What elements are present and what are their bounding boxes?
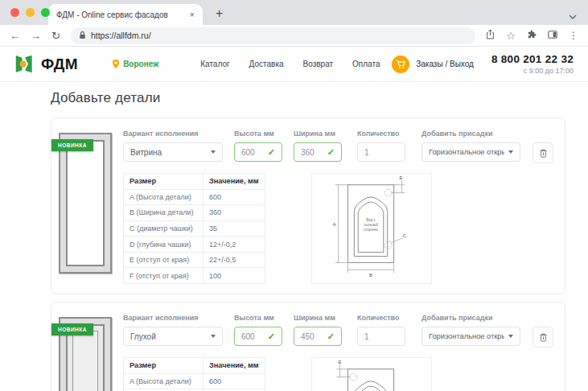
table-row: A (Высота детали)600 bbox=[124, 373, 265, 389]
dim-a-label: A bbox=[333, 222, 336, 227]
trash-icon bbox=[539, 148, 548, 158]
trash-icon bbox=[539, 332, 548, 343]
variant-label: Вариант исполнения bbox=[123, 314, 223, 322]
main-content: Добавьте детали НОВИНКА Вариант исполнен… bbox=[0, 82, 588, 391]
page-title: Добавьте детали bbox=[51, 90, 565, 106]
menu-dots-icon[interactable]: ⋮ bbox=[569, 30, 578, 41]
table-row: E (отступ от края)22+/-0,5 bbox=[124, 252, 265, 268]
site-logo[interactable]: ФДМ bbox=[14, 54, 78, 74]
product-thumbnail: НОВИНКА bbox=[59, 317, 112, 391]
nav-delivery[interactable]: Доставка bbox=[249, 60, 284, 68]
qty-label: Количество bbox=[357, 314, 405, 322]
variant-select[interactable]: Витрина bbox=[123, 142, 223, 162]
close-window-button[interactable] bbox=[10, 8, 19, 17]
svg-text:стороны: стороны bbox=[364, 228, 378, 232]
city-selector[interactable]: Воронеж bbox=[112, 59, 158, 69]
valid-check-icon: ✓ bbox=[268, 331, 275, 342]
variant-label: Вариант исполнения bbox=[123, 130, 223, 138]
reload-icon[interactable]: ↻ bbox=[51, 31, 60, 41]
delete-row-button[interactable] bbox=[532, 142, 553, 163]
main-nav: Каталог Доставка Возврат Оплата bbox=[200, 60, 380, 68]
width-input[interactable]: 450✓ bbox=[294, 327, 342, 346]
height-label: Высота мм bbox=[234, 314, 282, 322]
table-row: C (диаметр чашки)35 bbox=[124, 220, 265, 237]
table-row: F (отступ от края)100 bbox=[124, 268, 265, 284]
fdm-logo-icon bbox=[14, 54, 35, 74]
table-row: B (Ширина детали)360 bbox=[124, 205, 265, 221]
product-thumbnail: НОВИНКА bbox=[59, 133, 112, 284]
dim-e-label: E bbox=[400, 175, 403, 180]
tab-close-icon[interactable]: × bbox=[190, 10, 195, 19]
nav-returns[interactable]: Возврат bbox=[303, 60, 334, 68]
browser-tab[interactable]: ФДМ - Online сервис фасадов × bbox=[48, 4, 203, 25]
facade-image-vitrina bbox=[59, 133, 112, 274]
valid-check-icon: ✓ bbox=[268, 147, 275, 158]
select-caret-icon bbox=[211, 335, 216, 338]
browser-tab-strip: ФДМ - Online сервис фасадов × + bbox=[0, 0, 588, 25]
select-caret-icon bbox=[211, 150, 216, 154]
tab-title: ФДМ - Online сервис фасадов bbox=[56, 10, 185, 19]
dimensions-table: РазмерЗначение, мм A (Высота детали)600 … bbox=[123, 357, 265, 391]
new-badge: НОВИНКА bbox=[51, 323, 93, 335]
width-label: Ширина мм bbox=[294, 314, 342, 322]
extensions-puzzle-icon[interactable] bbox=[527, 28, 537, 43]
location-pin-icon bbox=[112, 59, 120, 69]
presadki-select[interactable]: Горизонтальное открыв: bbox=[421, 142, 520, 162]
city-label: Воронеж bbox=[123, 60, 158, 68]
qty-input[interactable]: 1 bbox=[357, 142, 405, 162]
share-icon[interactable] bbox=[486, 28, 495, 43]
nav-catalog[interactable]: Каталог bbox=[200, 60, 229, 68]
zoom-window-button[interactable] bbox=[41, 8, 50, 17]
back-icon[interactable]: ← bbox=[10, 31, 20, 41]
dim-c-label: C bbox=[402, 233, 406, 238]
new-tab-button[interactable]: + bbox=[216, 6, 223, 21]
table-row: A (Высота детали)600 bbox=[124, 189, 265, 205]
technical-drawing: B E C Вид с тыльной стороны bbox=[311, 357, 432, 391]
select-caret-icon bbox=[508, 150, 513, 154]
chevron-down-icon[interactable] bbox=[569, 8, 577, 23]
height-input[interactable]: 600✓ bbox=[234, 142, 282, 162]
minimize-window-button[interactable] bbox=[26, 8, 35, 17]
phone-number: 8 800 201 22 32 bbox=[491, 53, 574, 65]
width-input[interactable]: 360✓ bbox=[294, 142, 342, 162]
dim-b-label: B bbox=[369, 273, 372, 278]
account-area[interactable]: Заказы / Выход bbox=[392, 56, 474, 73]
qty-input[interactable]: 1 bbox=[357, 327, 405, 346]
svg-text:Вид с: Вид с bbox=[366, 218, 376, 222]
browser-toolbar: ← → ↻ https://allfdm.ru/ ☆ ⋮ bbox=[0, 25, 588, 47]
presadki-label: Добавить присадки bbox=[421, 130, 520, 138]
delete-row-button[interactable] bbox=[532, 327, 553, 348]
height-label: Высота мм bbox=[234, 130, 282, 138]
working-hours: с 9:00 до 17:00 bbox=[491, 67, 574, 75]
orders-logout-link[interactable]: Заказы / Выход bbox=[416, 60, 474, 68]
sidebar-icon[interactable] bbox=[548, 28, 557, 43]
valid-check-icon: ✓ bbox=[327, 147, 335, 158]
presadki-label: Добавить присадки bbox=[421, 314, 520, 322]
cart-icon[interactable] bbox=[392, 56, 409, 73]
site-header: ФДМ Воронеж Каталог Доставка Возврат Опл… bbox=[0, 47, 588, 82]
new-badge: НОВИНКА bbox=[51, 139, 93, 151]
lock-icon[interactable] bbox=[79, 28, 86, 43]
window-controls bbox=[10, 8, 50, 17]
presadki-select[interactable]: Горизонтальное открыв: bbox=[421, 327, 520, 346]
width-label: Ширина мм bbox=[294, 130, 342, 138]
url-text: https://allfdm.ru/ bbox=[91, 31, 151, 40]
valid-check-icon: ✓ bbox=[327, 331, 335, 342]
forward-icon[interactable]: → bbox=[31, 31, 41, 41]
svg-text:тыльной: тыльной bbox=[364, 222, 378, 227]
detail-card-1: НОВИНКА Вариант исполнения Витрина Высот… bbox=[51, 117, 565, 294]
address-bar[interactable]: https://allfdm.ru/ bbox=[71, 27, 475, 44]
nav-payment[interactable]: Оплата bbox=[352, 60, 380, 68]
detail-card-2: НОВИНКА Вариант исполнения Глухой Высота… bbox=[51, 302, 565, 391]
phone-block: 8 800 201 22 32 с 9:00 до 17:00 bbox=[491, 53, 574, 75]
table-row: D (глубина чашки)12+/-0,2 bbox=[124, 237, 265, 253]
height-input[interactable]: 600✓ bbox=[234, 327, 282, 346]
bookmark-star-icon[interactable]: ☆ bbox=[506, 30, 516, 42]
variant-select[interactable]: Глухой bbox=[123, 327, 223, 346]
logo-text: ФДМ bbox=[41, 56, 78, 73]
dim-e-label: E bbox=[339, 360, 342, 364]
select-caret-icon bbox=[508, 335, 513, 338]
dimensions-table: РазмерЗначение, мм A (Высота детали)600 … bbox=[123, 173, 265, 284]
technical-drawing: A B E C Вид с тыльной стороны bbox=[311, 173, 432, 284]
qty-label: Количество bbox=[357, 130, 405, 138]
